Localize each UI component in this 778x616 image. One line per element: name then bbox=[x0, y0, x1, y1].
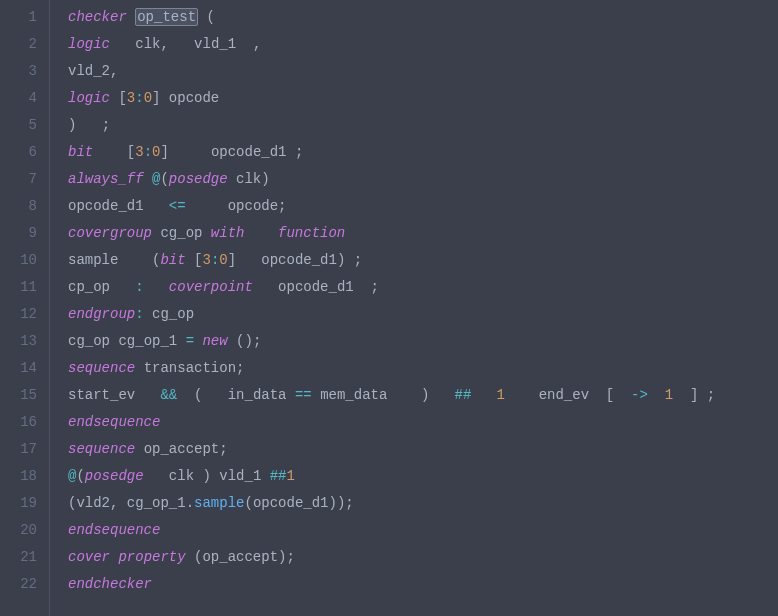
code-line[interactable]: endchecker bbox=[68, 571, 778, 598]
code-line[interactable]: always_ff @(posedge clk) bbox=[68, 166, 778, 193]
token-num: 3 bbox=[202, 252, 210, 268]
code-line[interactable]: sample (bit [3:0] opcode_d1) ; bbox=[68, 247, 778, 274]
token-id: vld_1 bbox=[219, 468, 261, 484]
code-line[interactable]: opcode_d1 <= opcode; bbox=[68, 193, 778, 220]
line-number: 4 bbox=[0, 85, 37, 112]
token-fn: sample bbox=[194, 495, 244, 511]
token-punc: ; bbox=[345, 495, 353, 511]
token-punc: ) bbox=[421, 387, 429, 403]
token-punc: ) bbox=[337, 252, 345, 268]
token-kw: new bbox=[202, 333, 227, 349]
token-kw: cover bbox=[68, 549, 110, 565]
code-editor[interactable]: 12345678910111213141516171819202122 chec… bbox=[0, 0, 778, 616]
code-line[interactable]: ) ; bbox=[68, 112, 778, 139]
token-kw: function bbox=[278, 225, 345, 241]
line-number: 16 bbox=[0, 409, 37, 436]
token-op: : bbox=[144, 144, 152, 160]
code-line[interactable]: start_ev && ( in_data == mem_data ) ## 1… bbox=[68, 382, 778, 409]
token-punc: ( bbox=[160, 171, 168, 187]
token-op: -> bbox=[631, 387, 648, 403]
token-op: : bbox=[135, 90, 143, 106]
token-punc: . bbox=[186, 495, 194, 511]
code-line[interactable]: sequence transaction; bbox=[68, 355, 778, 382]
token-punc: ( bbox=[206, 9, 214, 25]
line-number: 20 bbox=[0, 517, 37, 544]
token-op: ## bbox=[455, 387, 472, 403]
code-line[interactable]: @(posedge clk ) vld_1 ##1 bbox=[68, 463, 778, 490]
token-punc: [ bbox=[118, 90, 126, 106]
token-punc: ; bbox=[236, 360, 244, 376]
code-area[interactable]: checker op_test (logic clk, vld_1 ,vld_2… bbox=[50, 0, 778, 616]
token-num: 0 bbox=[219, 252, 227, 268]
token-kw: sequence bbox=[68, 441, 135, 457]
code-line[interactable]: logic [3:0] opcode bbox=[68, 85, 778, 112]
token-kw: endchecker bbox=[68, 576, 152, 592]
token-num: 0 bbox=[144, 90, 152, 106]
code-line[interactable]: cp_op : coverpoint opcode_d1 ; bbox=[68, 274, 778, 301]
token-id: vld_1 bbox=[194, 36, 236, 52]
token-op: = bbox=[186, 333, 194, 349]
line-number: 3 bbox=[0, 58, 37, 85]
token-id: vld_2 bbox=[68, 63, 110, 79]
token-punc: ( bbox=[194, 387, 202, 403]
token-type: bit bbox=[160, 252, 185, 268]
token-punc: ( bbox=[244, 495, 252, 511]
code-line[interactable]: bit [3:0] opcode_d1 ; bbox=[68, 139, 778, 166]
token-id: start_ev bbox=[68, 387, 135, 403]
token-num: 1 bbox=[665, 387, 673, 403]
token-kw: coverpoint bbox=[169, 279, 253, 295]
line-number: 8 bbox=[0, 193, 37, 220]
line-number: 6 bbox=[0, 139, 37, 166]
code-line[interactable]: logic clk, vld_1 , bbox=[68, 31, 778, 58]
token-id: end_ev bbox=[539, 387, 589, 403]
token-id: vld2 bbox=[76, 495, 110, 511]
token-id: op_accept bbox=[144, 441, 220, 457]
token-punc: ; bbox=[219, 441, 227, 457]
line-number: 13 bbox=[0, 328, 37, 355]
code-line[interactable]: cover property (op_accept); bbox=[68, 544, 778, 571]
token-punc: ] bbox=[152, 90, 160, 106]
token-id: opcode bbox=[228, 198, 278, 214]
line-number: 1 bbox=[0, 4, 37, 31]
token-id: cg_op bbox=[68, 333, 110, 349]
token-id: mem_data bbox=[320, 387, 387, 403]
line-number: 7 bbox=[0, 166, 37, 193]
token-punc: ] bbox=[160, 144, 168, 160]
token-kw: endsequence bbox=[68, 522, 160, 538]
token-kw: posedge bbox=[169, 171, 228, 187]
token-punc: ] bbox=[690, 387, 698, 403]
token-id: opcode_d1 bbox=[278, 279, 354, 295]
code-line[interactable]: cg_op cg_op_1 = new (); bbox=[68, 328, 778, 355]
token-id: opcode_d1 bbox=[253, 495, 329, 511]
token-punc: ; bbox=[707, 387, 715, 403]
token-id: clk bbox=[169, 468, 194, 484]
token-punc: ) bbox=[244, 333, 252, 349]
token-punc: [ bbox=[606, 387, 614, 403]
token-punc: ; bbox=[295, 144, 303, 160]
code-line[interactable]: vld_2, bbox=[68, 58, 778, 85]
token-op: : bbox=[135, 279, 143, 295]
token-type: bit bbox=[68, 144, 93, 160]
token-id: cg_op bbox=[160, 225, 202, 241]
code-line[interactable]: (vld2, cg_op_1.sample(opcode_d1)); bbox=[68, 490, 778, 517]
token-id: cg_op_1 bbox=[127, 495, 186, 511]
token-type: logic bbox=[68, 36, 110, 52]
code-line[interactable]: checker op_test ( bbox=[68, 4, 778, 31]
token-id: clk bbox=[135, 36, 160, 52]
code-line[interactable]: covergroup cg_op with function bbox=[68, 220, 778, 247]
token-punc: ; bbox=[354, 252, 362, 268]
code-line[interactable]: endgroup: cg_op bbox=[68, 301, 778, 328]
line-number: 17 bbox=[0, 436, 37, 463]
code-line[interactable]: sequence op_accept; bbox=[68, 436, 778, 463]
line-number: 2 bbox=[0, 31, 37, 58]
token-kw: sequence bbox=[68, 360, 135, 376]
code-line[interactable]: endsequence bbox=[68, 409, 778, 436]
line-number: 11 bbox=[0, 274, 37, 301]
token-num: 3 bbox=[127, 90, 135, 106]
token-punc: ) bbox=[261, 171, 269, 187]
token-id: opcode_d1 bbox=[211, 144, 287, 160]
line-number-gutter: 12345678910111213141516171819202122 bbox=[0, 0, 50, 616]
code-line[interactable]: endsequence bbox=[68, 517, 778, 544]
token-kw: endgroup bbox=[68, 306, 135, 322]
line-number: 15 bbox=[0, 382, 37, 409]
